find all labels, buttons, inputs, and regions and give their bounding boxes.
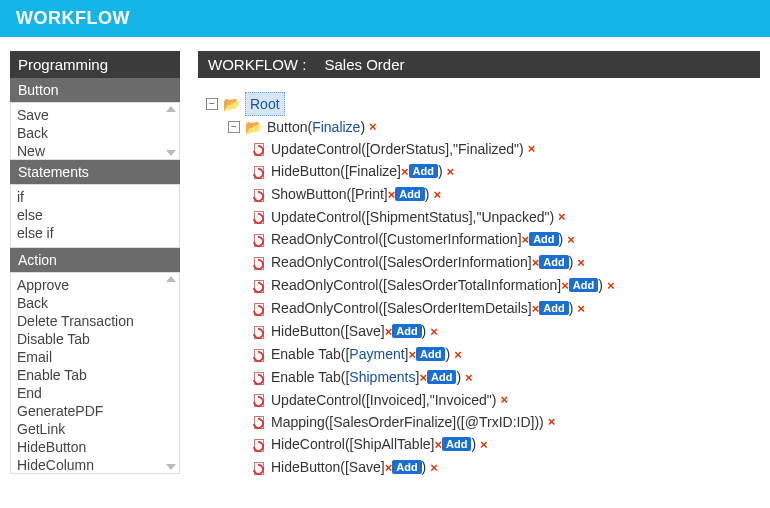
- list-item[interactable]: if: [17, 188, 179, 206]
- leaf-label[interactable]: UpdateControl([ShipmentStatus],"Unpacked…: [271, 206, 554, 228]
- leaf-label[interactable]: ReadOnlyControl([SalesOrderItemDetails]×…: [271, 297, 573, 320]
- button-listbox[interactable]: Save Back New: [10, 102, 180, 160]
- list-item[interactable]: HideButton: [17, 438, 179, 456]
- param-link[interactable]: Shipments: [349, 369, 415, 385]
- statements-listbox[interactable]: if else else if: [10, 184, 180, 248]
- add-badge[interactable]: Add: [529, 232, 558, 246]
- add-badge[interactable]: Add: [395, 187, 424, 201]
- tree-leaf-row[interactable]: UpdateControl([Invoiced],"Invoiced")×: [252, 389, 752, 411]
- list-item[interactable]: Save: [17, 106, 179, 124]
- sidebar-statements-header: Statements: [10, 160, 180, 184]
- delete-node-icon[interactable]: ×: [567, 229, 575, 251]
- list-item[interactable]: else if: [17, 224, 179, 242]
- leaf-label[interactable]: Enable Tab([Payment]×Add): [271, 343, 450, 366]
- delete-node-icon[interactable]: ×: [465, 367, 473, 389]
- leaf-label[interactable]: HideButton([Finalize]×Add): [271, 160, 443, 183]
- leaf-label[interactable]: ReadOnlyControl([SalesOrderInformation]×…: [271, 251, 573, 274]
- delete-node-icon[interactable]: ×: [577, 298, 585, 320]
- leaf-label[interactable]: ShowButton([Print]×Add): [271, 183, 429, 206]
- tree-root-row[interactable]: − 📂 Root: [206, 92, 752, 116]
- tree-leaf-row[interactable]: HideControl([ShipAllTable]×Add)×: [252, 433, 752, 456]
- param-link[interactable]: Payment: [349, 346, 404, 362]
- delete-node-icon[interactable]: ×: [607, 275, 615, 297]
- delete-node-icon[interactable]: ×: [430, 321, 438, 343]
- text: ): [598, 277, 603, 293]
- remove-param-icon[interactable]: ×: [401, 164, 409, 179]
- tree-leaf-row[interactable]: ShowButton([Print]×Add)×: [252, 183, 752, 206]
- remove-param-icon[interactable]: ×: [532, 255, 540, 270]
- list-item[interactable]: GetLink: [17, 420, 179, 438]
- tree-leaf-row[interactable]: UpdateControl([OrderStatus],"Finalized")…: [252, 138, 752, 160]
- list-item[interactable]: End: [17, 384, 179, 402]
- list-item[interactable]: Approve: [17, 276, 179, 294]
- delete-node-icon[interactable]: ×: [430, 457, 438, 479]
- text: ): [438, 163, 443, 179]
- list-item[interactable]: Back: [17, 294, 179, 312]
- add-badge[interactable]: Add: [442, 437, 471, 451]
- list-item[interactable]: HideColumn: [17, 456, 179, 474]
- collapse-toggle[interactable]: −: [228, 121, 240, 133]
- tree-leaf-row[interactable]: Enable Tab([Payment]×Add)×: [252, 343, 752, 366]
- add-badge[interactable]: Add: [392, 460, 421, 474]
- add-badge[interactable]: Add: [539, 255, 568, 269]
- leaf-label[interactable]: ReadOnlyControl([CustomerInformation]×Ad…: [271, 228, 563, 251]
- remove-param-icon[interactable]: ×: [434, 437, 442, 452]
- remove-param-icon[interactable]: ×: [561, 278, 569, 293]
- delete-node-icon[interactable]: ×: [548, 411, 556, 433]
- tree-leaf-row[interactable]: ReadOnlyControl([SalesOrderInformation]×…: [252, 251, 752, 274]
- add-badge[interactable]: Add: [392, 324, 421, 338]
- tree-leaf-row[interactable]: Enable Tab([Shipments]×Add)×: [252, 366, 752, 389]
- tree-leaf-row[interactable]: ReadOnlyControl([CustomerInformation]×Ad…: [252, 228, 752, 251]
- leaf-label[interactable]: Mapping([SalesOrderFinalize]([@TrxID:ID]…: [271, 411, 544, 433]
- delete-node-icon[interactable]: ×: [528, 138, 536, 160]
- add-badge[interactable]: Add: [416, 347, 445, 361]
- list-item[interactable]: Back: [17, 124, 179, 142]
- list-item[interactable]: else: [17, 206, 179, 224]
- delete-node-icon[interactable]: ×: [577, 252, 585, 274]
- action-listbox[interactable]: Approve Back Delete Transaction Disable …: [10, 272, 180, 474]
- list-item[interactable]: New: [17, 142, 179, 160]
- remove-param-icon[interactable]: ×: [419, 370, 427, 385]
- remove-param-icon[interactable]: ×: [388, 187, 396, 202]
- leaf-label[interactable]: HideControl([ShipAllTable]×Add): [271, 433, 476, 456]
- add-badge[interactable]: Add: [539, 301, 568, 315]
- add-badge[interactable]: Add: [409, 164, 438, 178]
- remove-param-icon[interactable]: ×: [532, 301, 540, 316]
- list-item[interactable]: Disable Tab: [17, 330, 179, 348]
- tree-leaf-row[interactable]: HideButton([Finalize]×Add)×: [252, 160, 752, 183]
- delete-node-icon[interactable]: ×: [433, 184, 441, 206]
- leaf-label[interactable]: UpdateControl([Invoiced],"Invoiced"): [271, 389, 497, 411]
- tree-leaf-row[interactable]: HideButton([Save]×Add)×: [252, 456, 752, 478]
- list-item[interactable]: Email: [17, 348, 179, 366]
- list-item[interactable]: Delete Transaction: [17, 312, 179, 330]
- add-badge[interactable]: Add: [427, 370, 456, 384]
- remove-param-icon[interactable]: ×: [409, 347, 417, 362]
- tree-leaf-row[interactable]: Mapping([SalesOrderFinalize]([@TrxID:ID]…: [252, 411, 752, 433]
- delete-node-icon[interactable]: ×: [369, 116, 377, 138]
- delete-node-icon[interactable]: ×: [558, 206, 566, 228]
- leaf-label[interactable]: HideButton([Save]×Add): [271, 456, 426, 478]
- tree-button-row[interactable]: − 📂 Button(Finalize) ×: [228, 116, 752, 138]
- delete-node-icon[interactable]: ×: [480, 434, 488, 456]
- button-node-label[interactable]: Button(Finalize): [267, 116, 365, 138]
- param-link[interactable]: Finalize: [312, 119, 360, 135]
- leaf-label[interactable]: UpdateControl([OrderStatus],"Finalized"): [271, 138, 524, 160]
- tree-leaf-row[interactable]: ReadOnlyControl([SalesOrderItemDetails]×…: [252, 297, 752, 320]
- tree-leaf-row[interactable]: UpdateControl([ShipmentStatus],"Unpacked…: [252, 206, 752, 228]
- root-node-label[interactable]: Root: [245, 92, 285, 116]
- remove-param-icon[interactable]: ×: [522, 232, 530, 247]
- tree-leaf-row[interactable]: ReadOnlyControl([SalesOrderTotalInformat…: [252, 274, 752, 297]
- leaf-label[interactable]: ReadOnlyControl([SalesOrderTotalInformat…: [271, 274, 603, 297]
- delete-node-icon[interactable]: ×: [454, 344, 462, 366]
- leaf-label[interactable]: Enable Tab([Shipments]×Add): [271, 366, 461, 389]
- leaf-label[interactable]: HideButton([Save]×Add): [271, 320, 426, 343]
- add-badge[interactable]: Add: [569, 278, 598, 292]
- remove-param-icon[interactable]: ×: [385, 460, 393, 475]
- delete-node-icon[interactable]: ×: [447, 161, 455, 183]
- collapse-toggle[interactable]: −: [206, 98, 218, 110]
- list-item[interactable]: Enable Tab: [17, 366, 179, 384]
- delete-node-icon[interactable]: ×: [501, 389, 509, 411]
- list-item[interactable]: GeneratePDF: [17, 402, 179, 420]
- tree-leaf-row[interactable]: HideButton([Save]×Add)×: [252, 320, 752, 343]
- remove-param-icon[interactable]: ×: [385, 324, 393, 339]
